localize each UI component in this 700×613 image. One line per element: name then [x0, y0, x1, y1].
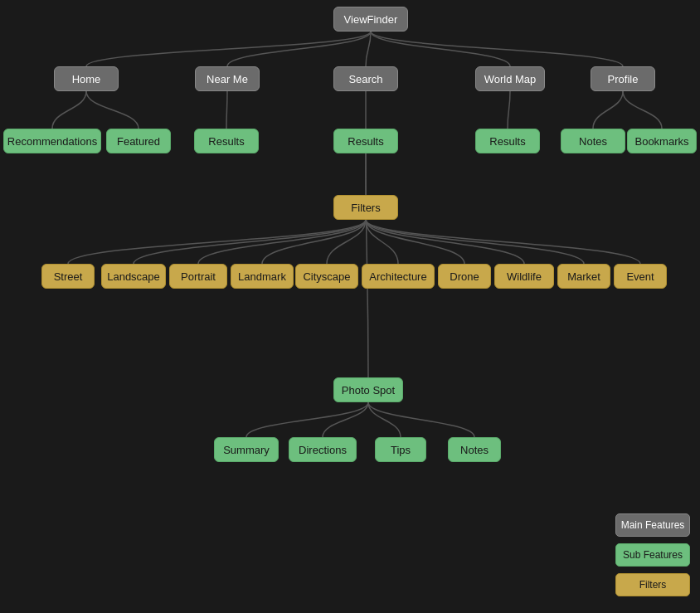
node-notes[interactable]: Notes	[561, 129, 625, 153]
legend: Main Features Sub Features Filters	[615, 513, 690, 596]
node-recommendations[interactable]: Recommendations	[3, 129, 101, 153]
node-tips[interactable]: Tips	[375, 437, 426, 462]
node-architecture[interactable]: Architecture	[362, 264, 435, 289]
node-search_results[interactable]: Results	[333, 129, 398, 153]
legend-filters-box: Filters	[615, 573, 690, 596]
node-directions[interactable]: Directions	[289, 437, 357, 462]
node-drone[interactable]: Drone	[438, 264, 491, 289]
node-search[interactable]: Search	[333, 66, 398, 91]
legend-main-features: Main Features	[615, 513, 690, 537]
node-event[interactable]: Event	[614, 264, 667, 289]
node-worldmap[interactable]: World Map	[475, 66, 545, 91]
node-market[interactable]: Market	[557, 264, 610, 289]
node-profile[interactable]: Profile	[591, 66, 655, 91]
node-landmark[interactable]: Landmark	[231, 264, 294, 289]
node-summary[interactable]: Summary	[214, 437, 279, 462]
node-cityscape[interactable]: Cityscape	[295, 264, 358, 289]
node-wildlife[interactable]: Wildlife	[494, 264, 554, 289]
legend-filters: Filters	[615, 573, 690, 596]
node-worldmap_results[interactable]: Results	[475, 129, 540, 153]
diagram: ViewFinderHomeNear MeSearchWorld MapProf…	[0, 0, 700, 613]
node-filters[interactable]: Filters	[333, 195, 398, 220]
legend-sub-features-box: Sub Features	[615, 543, 690, 567]
node-landscape[interactable]: Landscape	[101, 264, 166, 289]
node-home[interactable]: Home	[54, 66, 119, 91]
node-nearme[interactable]: Near Me	[195, 66, 260, 91]
legend-main-features-box: Main Features	[615, 513, 690, 537]
node-portrait[interactable]: Portrait	[169, 264, 227, 289]
node-bookmarks[interactable]: Bookmarks	[627, 129, 697, 153]
node-street[interactable]: Street	[41, 264, 95, 289]
node-spot_notes[interactable]: Notes	[448, 437, 501, 462]
node-viewfinder[interactable]: ViewFinder	[333, 7, 408, 32]
node-photospot[interactable]: Photo Spot	[333, 377, 403, 402]
legend-sub-features: Sub Features	[615, 543, 690, 567]
node-featured[interactable]: Featured	[106, 129, 171, 153]
node-home_results[interactable]: Results	[194, 129, 259, 153]
